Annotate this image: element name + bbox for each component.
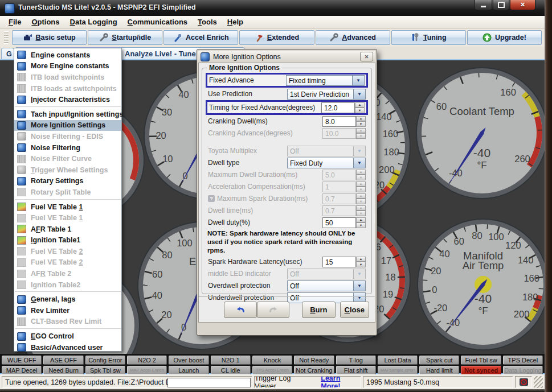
spinner-down-icon[interactable]: ▼ bbox=[355, 108, 365, 113]
menubar-item-options[interactable]: Options bbox=[26, 16, 64, 27]
menubar-item-help[interactable]: Help bbox=[222, 16, 248, 27]
toolbar-button-startup-idle[interactable]: Startup/idle bbox=[88, 30, 162, 45]
spinner-down-icon: ▼ bbox=[356, 133, 366, 139]
combo-overdwell-protection[interactable]: Off▼ bbox=[287, 280, 366, 291]
indicator-config-error: Config Error bbox=[85, 356, 125, 365]
indicator-over-boost: Over boost bbox=[169, 356, 208, 365]
spinner-value[interactable]: 15 bbox=[322, 257, 356, 267]
spinner-value[interactable]: 12.0 bbox=[321, 102, 355, 113]
toolbar-button-advanced[interactable]: Advanced bbox=[316, 30, 390, 45]
combo-value[interactable]: 1st Deriv Prediction bbox=[287, 89, 353, 100]
field-row-maximum-dwell-duration-ms: Maximum Dwell Duration(ms)5.0▲▼ bbox=[206, 169, 367, 180]
combo-middle-led-indicator: Off▼ bbox=[287, 269, 366, 279]
chevron-down-icon[interactable]: ▼ bbox=[353, 158, 366, 168]
menu-bar: FileOptionsData LoggingCommunicationsToo… bbox=[0, 16, 545, 28]
spinner-down-icon[interactable]: ▼ bbox=[356, 121, 366, 127]
resize-grip[interactable] bbox=[534, 376, 543, 388]
spinner-spark-hardware-latency-usec[interactable]: 15▲▼ bbox=[322, 257, 366, 267]
menu-item-fuel-ve-table-1[interactable]: Fuel VE Table 1 bbox=[14, 201, 121, 213]
toolbox-icon bbox=[23, 33, 32, 42]
maximize-button[interactable] bbox=[493, 0, 509, 10]
chevron-down-icon[interactable]: ▼ bbox=[353, 89, 366, 100]
menu-item-rev-limiter[interactable]: Rev Limiter bbox=[14, 305, 121, 316]
menu-item-label: Noise Filter Curve bbox=[31, 155, 92, 163]
spinner-cranking-dwell-ms[interactable]: 8.0▲▼ bbox=[322, 116, 366, 127]
toolbar-button-extended[interactable]: Extended bbox=[239, 30, 314, 45]
spinner-up-icon[interactable]: ▲ bbox=[356, 217, 366, 223]
menu-item-tach-input-ignition-settings[interactable]: Tach input/Ignition settings bbox=[14, 109, 121, 120]
toolbar: Basic setupStartup/idleAccel EnrichExten… bbox=[0, 28, 545, 47]
menu-item-noise-filtering-edis: Noise Filtering - EDIS bbox=[14, 131, 121, 142]
more-ignition-options-group: More Ignition Options Fixed AdvanceFixed… bbox=[202, 68, 372, 294]
field-label: Acceleration Compensation(ms) bbox=[208, 183, 322, 191]
dialog-close-button[interactable]: ✕ bbox=[360, 52, 373, 61]
learn-more-link[interactable]: Learn More! bbox=[321, 376, 361, 388]
tab-gauge-cluster[interactable]: G bbox=[1, 48, 14, 59]
field-label: Spark Hardware Latency(usec) bbox=[208, 258, 322, 266]
combo-value[interactable]: Fixed timing bbox=[286, 75, 352, 86]
toolbar-grip[interactable] bbox=[4, 31, 9, 44]
toolbar-button-tuning[interactable]: Tuning bbox=[391, 30, 466, 45]
toolbar-button-basic-setup[interactable]: Basic setup bbox=[12, 30, 87, 45]
indicator-lost-data: Lost Data bbox=[378, 356, 418, 365]
screwdriver-icon bbox=[173, 33, 182, 42]
window-bottom-border bbox=[0, 389, 545, 392]
menu-item-noise-filtering[interactable]: Noise Filtering bbox=[14, 142, 121, 154]
trigger-log-viewer-label[interactable]: Trigger Log Viewer bbox=[255, 376, 313, 388]
table-icon bbox=[17, 236, 26, 245]
toolbar-button-upgrade[interactable]: Upgrade! bbox=[467, 30, 542, 45]
svg-text:60: 60 bbox=[152, 269, 162, 279]
spinner-value[interactable]: 50 bbox=[322, 217, 356, 228]
undo-arrow-icon bbox=[236, 305, 245, 314]
menu-item-more-ignition-settings[interactable]: More Ignition Settings bbox=[14, 120, 121, 131]
combo-use-prediction[interactable]: 1st Deriv Prediction▼ bbox=[287, 89, 366, 100]
menubar-item-data-logging[interactable]: Data Logging bbox=[65, 16, 122, 27]
minimize-button[interactable] bbox=[475, 0, 492, 10]
grid-icon bbox=[17, 317, 26, 326]
menu-item-more-engine-constants[interactable]: More Engine constants bbox=[14, 61, 121, 72]
spinner-up-icon[interactable]: ▲ bbox=[356, 116, 366, 122]
menubar-item-tools[interactable]: Tools bbox=[193, 16, 222, 27]
menu-item-general-lags[interactable]: General, lags bbox=[14, 294, 121, 305]
help-icon[interactable]: ? bbox=[208, 195, 215, 202]
table-icon bbox=[17, 247, 26, 255]
spinner-up-icon: ▲ bbox=[356, 128, 366, 134]
toolbar-button-accel-enrich[interactable]: Accel Enrich bbox=[163, 30, 238, 45]
menubar-item-communications[interactable]: Communications bbox=[122, 16, 193, 27]
menu-item-rotary-settings[interactable]: Rotary Settings bbox=[14, 176, 121, 187]
menu-item-basic-advanced-user[interactable]: Basic/Advanced user bbox=[14, 342, 121, 353]
menu-item-ego-control[interactable]: EGO Control bbox=[14, 331, 121, 342]
chevron-down-icon[interactable]: ▼ bbox=[353, 280, 366, 291]
combo-fixed-advance[interactable]: Fixed timing▼ bbox=[286, 75, 365, 86]
close-dialog-button[interactable]: Close bbox=[340, 302, 369, 318]
spinner-dwell-duty[interactable]: 50▲▼ bbox=[322, 217, 366, 228]
chevron-down-icon[interactable]: ▼ bbox=[352, 75, 365, 86]
spinner-up-icon[interactable]: ▲ bbox=[356, 257, 366, 262]
menu-item-label: EGO Control bbox=[31, 332, 74, 340]
dialog-icon bbox=[17, 343, 26, 352]
indicator-cl-idle: CL idle bbox=[211, 366, 251, 375]
spinner-down-icon[interactable]: ▼ bbox=[356, 222, 366, 228]
spinner-down-icon[interactable]: ▼ bbox=[356, 262, 366, 267]
spinner-timing-for-fixed-advance-degrees[interactable]: 12.0▲▼ bbox=[321, 102, 365, 113]
svg-text:40: 40 bbox=[439, 249, 449, 259]
spinner-value[interactable]: 8.0 bbox=[322, 116, 356, 127]
svg-text:160: 160 bbox=[383, 129, 399, 139]
close-button[interactable]: ✕ bbox=[510, 0, 535, 10]
menu-item-afr-table-1[interactable]: AFR Table 1 bbox=[14, 224, 121, 235]
dialog-title-bar[interactable]: More Ignition Options ✕ bbox=[198, 51, 375, 63]
menu-item-injector-characteristics[interactable]: Injector Characteristics bbox=[14, 94, 121, 105]
indicator-mapsample-error: MAPsample error! bbox=[378, 366, 418, 375]
combo-value[interactable]: Fixed Duty bbox=[287, 158, 353, 168]
menu-item-engine-constants[interactable]: Engine constants bbox=[14, 49, 121, 61]
burn-button[interactable]: Burn bbox=[302, 302, 335, 318]
menu-item-ignition-table1[interactable]: Ignition Table1 bbox=[14, 235, 121, 246]
indicator-n2o-1: N2O 1 bbox=[211, 356, 251, 365]
combo-value[interactable]: Off bbox=[287, 280, 353, 291]
spinner-up-icon[interactable]: ▲ bbox=[355, 102, 365, 108]
wrench-icon bbox=[329, 33, 338, 42]
combo-dwell-type[interactable]: Fixed Duty▼ bbox=[287, 158, 366, 168]
menubar-item-file[interactable]: File bbox=[3, 16, 26, 27]
undo-button[interactable] bbox=[224, 302, 257, 318]
svg-text:200: 200 bbox=[379, 164, 395, 175]
